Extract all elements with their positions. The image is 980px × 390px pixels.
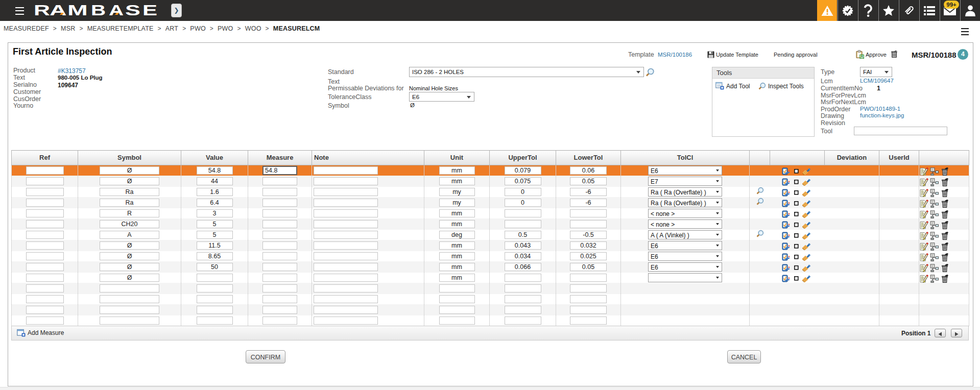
svg-text:A: A bbox=[861, 54, 864, 59]
